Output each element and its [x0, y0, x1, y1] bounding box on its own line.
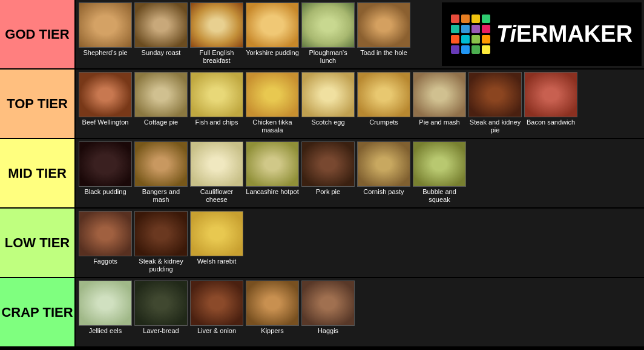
- food-label: Toad in the hole: [360, 49, 407, 57]
- tier-list: GOD TIERShepherd's pieSunday roastFull E…: [0, 0, 644, 348]
- logo-text: TiERMAKER: [496, 21, 632, 47]
- food-image: [190, 2, 243, 48]
- food-label: Bangers and mash: [134, 188, 188, 204]
- logo-color-cell: [482, 45, 490, 54]
- food-label: Lancashire hotpot: [246, 188, 298, 196]
- food-label: Steak and kidney pie: [468, 118, 522, 134]
- logo-color-cell: [472, 15, 480, 23]
- logo-color-cell: [451, 25, 459, 33]
- food-image: [190, 280, 243, 326]
- food-image: [79, 280, 132, 326]
- list-item[interactable]: Yorkshire pudding: [245, 2, 300, 57]
- food-label: Shepherd's pie: [83, 49, 127, 57]
- list-item[interactable]: Bubble and squeak: [412, 141, 467, 204]
- food-label: Jellied eels: [89, 327, 122, 335]
- food-label: Sunday roast: [142, 49, 181, 57]
- list-item[interactable]: Haggis: [301, 280, 355, 335]
- tier-row-mid: MID TIERBlack puddingBangers and mashCau…: [0, 139, 644, 209]
- food-image: [134, 211, 188, 256]
- food-image: [134, 72, 188, 117]
- food-label: Beef Wellington: [82, 118, 129, 126]
- food-label: Black pudding: [84, 188, 126, 196]
- food-label: Cornish pasty: [363, 188, 404, 196]
- food-image: [301, 280, 355, 326]
- list-item[interactable]: Cottage pie: [134, 72, 188, 126]
- food-label: Ploughman's lunch: [301, 49, 355, 65]
- list-item[interactable]: Cauliflower cheese: [189, 141, 244, 204]
- list-item[interactable]: Fish and chips: [189, 72, 244, 126]
- food-image: [246, 280, 299, 326]
- list-item[interactable]: Scotch egg: [301, 72, 355, 126]
- tier-row-low: LOW TIERFaggotsSteak & kidney puddingWel…: [0, 209, 644, 278]
- food-label: Bubble and squeak: [412, 188, 467, 204]
- list-item[interactable]: Welsh rarebit: [189, 211, 244, 265]
- list-item[interactable]: Sunday roast: [134, 2, 188, 57]
- tier-items-crap: Jellied eelsLaver-breadLiver & onionKipp…: [76, 278, 644, 346]
- food-image: [134, 141, 188, 187]
- tier-items-mid: Black puddingBangers and mashCauliflower…: [76, 139, 644, 207]
- list-item[interactable]: Bangers and mash: [134, 141, 188, 204]
- tier-label-crap: CRAP TIER: [0, 278, 76, 346]
- food-label: Kippers: [261, 327, 283, 335]
- food-image: [357, 72, 410, 117]
- food-label: Yorkshire pudding: [246, 49, 299, 57]
- list-item[interactable]: Pork pie: [301, 141, 355, 196]
- food-image: [134, 2, 188, 48]
- tiermaker-logo: TiERMAKER: [442, 2, 642, 66]
- food-label: Welsh rarebit: [197, 258, 237, 265]
- logo-color-cell: [461, 25, 470, 33]
- food-label: Faggots: [93, 258, 117, 265]
- food-label: Liver & onion: [197, 327, 236, 335]
- food-image: [246, 141, 299, 187]
- list-item[interactable]: Faggots: [78, 211, 133, 265]
- food-image: [79, 2, 132, 48]
- logo-color-cell: [482, 35, 490, 44]
- food-image: [524, 72, 577, 117]
- list-item[interactable]: Beef Wellington: [78, 72, 133, 126]
- tier-row-crap: CRAP TIERJellied eelsLaver-breadLiver & …: [0, 278, 644, 348]
- list-item[interactable]: Steak & kidney pudding: [134, 211, 188, 273]
- list-item[interactable]: Pie and mash: [412, 72, 467, 126]
- logo-color-cell: [451, 15, 459, 23]
- list-item[interactable]: Chicken tikka masala: [245, 72, 300, 134]
- food-image: [301, 141, 355, 187]
- tier-label-god: GOD TIER: [0, 0, 76, 68]
- list-item[interactable]: Kippers: [245, 280, 300, 335]
- food-image: [134, 280, 188, 326]
- list-item[interactable]: Ploughman's lunch: [301, 2, 355, 65]
- logo-color-cell: [451, 45, 459, 54]
- food-label: Haggis: [318, 327, 338, 335]
- list-item[interactable]: Full English breakfast: [189, 2, 244, 65]
- food-image: [190, 72, 243, 117]
- food-image: [468, 72, 522, 117]
- tier-label-top: TOP TIER: [0, 70, 76, 138]
- food-image: [246, 2, 299, 48]
- list-item[interactable]: Shepherd's pie: [78, 2, 133, 57]
- tier-items-low: FaggotsSteak & kidney puddingWelsh rareb…: [76, 209, 644, 277]
- list-item[interactable]: Liver & onion: [189, 280, 244, 335]
- food-image: [190, 211, 243, 256]
- food-image: [357, 141, 410, 187]
- list-item[interactable]: Lancashire hotpot: [245, 141, 300, 196]
- logo-color-cell: [461, 35, 470, 44]
- logo-color-cell: [472, 45, 480, 54]
- food-image: [357, 2, 410, 48]
- food-label: Bacon sandwich: [527, 118, 575, 126]
- tier-items-god: Shepherd's pieSunday roastFull English b…: [76, 0, 644, 68]
- list-item[interactable]: Toad in the hole: [356, 2, 411, 57]
- list-item[interactable]: Laver-bread: [134, 280, 188, 335]
- list-item[interactable]: Bacon sandwich: [524, 72, 578, 126]
- food-label: Laver-bread: [143, 327, 179, 335]
- food-label: Pork pie: [316, 188, 340, 196]
- food-image: [301, 2, 355, 48]
- logo-color-cell: [482, 25, 490, 33]
- list-item[interactable]: Black pudding: [78, 141, 133, 196]
- logo-color-cell: [482, 15, 490, 23]
- food-image: [79, 141, 132, 187]
- list-item[interactable]: Steak and kidney pie: [468, 72, 522, 134]
- list-item[interactable]: Cornish pasty: [356, 141, 411, 196]
- list-item[interactable]: Crumpets: [356, 72, 411, 126]
- food-label: Pie and mash: [419, 118, 459, 126]
- logo-color-cell: [461, 15, 470, 23]
- list-item[interactable]: Jellied eels: [78, 280, 133, 335]
